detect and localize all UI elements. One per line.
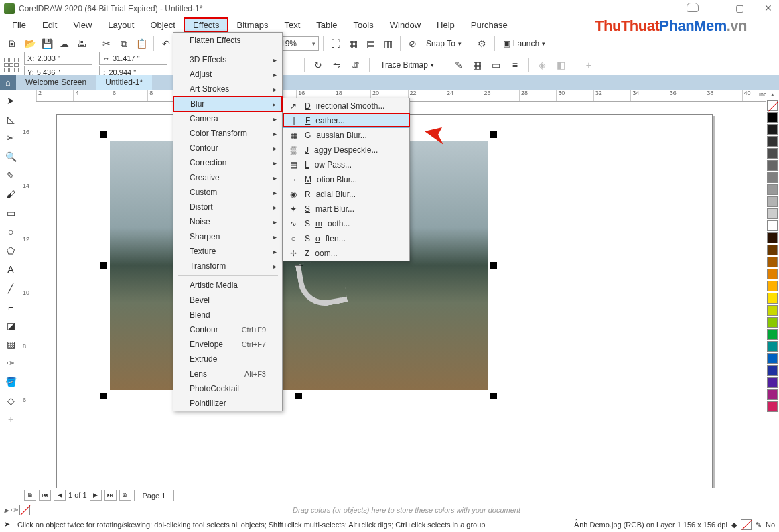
next-page-button[interactable]: ▶ [90,490,102,501]
last-page-button[interactable]: ⏭ [104,490,117,501]
menu-item-custom[interactable]: Custom [173,185,282,200]
color-swatch[interactable] [767,172,778,183]
new-button[interactable]: 🗎 [4,36,20,52]
crop-button[interactable]: ▭ [488,57,504,73]
menu-item-3d-effects[interactable]: 3D Effects [173,52,282,67]
parallel-dimension-tool[interactable]: ╱ [3,280,19,296]
paste-button[interactable]: 📋 [133,36,149,52]
menu-item-photococktail[interactable]: PhotoCocktail [173,381,282,396]
color-swatch[interactable] [767,353,778,364]
color-swatch[interactable] [767,269,778,279]
menu-item-radial-blur[interactable]: ◉Radial Blur... [283,187,409,202]
menu-item-blur[interactable]: Blur [173,96,282,111]
drop-shadow-tool[interactable]: ◪ [3,318,19,334]
ellipse-tool[interactable]: ○ [3,224,19,240]
trace-bitmap-dropdown[interactable]: Trace Bitmap ▾ [375,57,439,73]
object-order-button[interactable]: ◧ [553,57,569,73]
width-input[interactable]: ↔ 31.417 " [99,52,167,65]
artistic-media-tool[interactable]: 🖌 [3,186,19,202]
selection-handle[interactable] [490,262,497,269]
color-swatch[interactable] [767,341,778,352]
menu-item-contour[interactable]: ContourCtrl+F9 [173,322,282,337]
color-swatch[interactable] [767,401,778,412]
menu-item-texture[interactable]: Texture [173,244,282,259]
close-button[interactable]: ✕ [760,0,776,16]
home-tab-icon[interactable]: ⌂ [0,75,16,90]
color-swatch[interactable] [767,136,778,147]
menu-item-smart-blur[interactable]: ✦Smart Blur... [283,202,409,216]
selection-handle[interactable] [100,262,107,269]
text-tool[interactable]: A [3,261,19,277]
menu-item-soften[interactable]: ○Soften... [283,231,409,246]
object-origin-picker[interactable] [4,58,19,72]
selection-handle[interactable] [100,131,107,138]
snap-to-dropdown[interactable]: Snap To ▾ [422,36,466,52]
fill-swatch[interactable] [741,519,752,530]
no-fill-swatch[interactable] [19,505,30,515]
cut-button[interactable]: ✂ [98,36,115,52]
menu-item-lens[interactable]: LensAlt+F3 [173,367,282,381]
menu-item-low-pass[interactable]: ▤Low Pass... [283,157,409,172]
rotate-button[interactable]: ↻ [310,57,326,73]
polygon-tool[interactable]: ⬠ [3,243,19,259]
add-page-after-button[interactable]: 🗎 [119,490,131,501]
freehand-tool[interactable]: ✎ [3,168,19,184]
snap-off-button[interactable]: ⊘ [405,36,421,52]
palette-scroll-up[interactable]: ▴ [771,90,774,99]
menu-text[interactable]: Text [276,19,308,31]
maximize-button[interactable]: ▢ [731,0,748,16]
add-button[interactable]: + [581,57,597,73]
menu-object[interactable]: Object [142,19,184,31]
menu-item-art-strokes[interactable]: Art Strokes [173,82,282,96]
mirror-h-button[interactable]: ⇋ [329,57,345,73]
add-page-button[interactable]: 🗎 [24,490,36,501]
color-swatch[interactable] [767,148,778,159]
first-page-button[interactable]: ⏮ [39,490,51,501]
color-swatch[interactable] [767,160,778,171]
menu-item-jaggy-despeckle[interactable]: ▒Jaggy Despeckle... [283,143,409,157]
color-swatch[interactable] [767,112,778,123]
menu-item-noise[interactable]: Noise [173,214,282,229]
page-tab[interactable]: Page 1 [134,490,175,501]
menu-item-flatten-effects[interactable]: Flatten Effects [173,33,282,48]
crop-tool[interactable]: ✂ [3,130,19,146]
fill-tool[interactable]: 🪣 [3,374,19,390]
wrap-text-button[interactable]: ◈ [535,57,551,73]
menu-help[interactable]: Help [429,19,463,31]
rectangle-tool[interactable]: ▭ [3,205,19,221]
pick-tool[interactable]: ➤ [3,92,19,109]
edit-bitmap-button[interactable]: ✎ [451,57,467,73]
show-guides-button[interactable]: ▥ [380,36,396,52]
menu-view[interactable]: View [65,19,100,31]
resample-button[interactable]: ▦ [470,57,486,73]
color-swatch[interactable] [767,245,778,255]
add-tool-button[interactable]: + [3,411,19,427]
menu-purchase[interactable]: Purchase [463,19,516,31]
zoom-level-input[interactable]: 19%▾ [277,36,319,51]
no-color-swatch[interactable] [767,100,778,111]
menu-item-color-transform[interactable]: Color Transform [173,126,282,141]
menu-item-motion-blur[interactable]: →Motion Blur... [283,172,409,187]
color-swatch[interactable] [767,377,778,388]
selection-handle[interactable] [490,393,497,399]
menu-item-sharpen[interactable]: Sharpen [173,229,282,244]
color-swatch[interactable] [767,232,778,243]
menu-window[interactable]: Window [382,19,429,31]
menu-file[interactable]: File [4,19,34,31]
print-button[interactable]: 🖶 [74,36,90,52]
prev-page-button[interactable]: ◀ [54,490,66,501]
color-swatch[interactable] [767,220,778,231]
menu-item-smooth[interactable]: ∿Smooth... [283,216,409,231]
outline-tool[interactable]: ◇ [3,393,19,409]
color-swatch[interactable] [767,329,778,340]
menu-item-bevel[interactable]: Bevel [173,293,282,308]
copy-button[interactable]: ⧉ [116,36,132,52]
menu-item-blend[interactable]: Blend [173,308,282,322]
menu-item-gaussian-blur[interactable]: ▦Gaussian Blur... [283,128,409,143]
selection-handle[interactable] [295,393,302,399]
show-grid-button[interactable]: ▤ [362,36,378,52]
menu-item-extrude[interactable]: Extrude [173,352,282,367]
palette-menu-icon[interactable]: ▸ [4,505,9,515]
transparency-tool[interactable]: ▨ [3,336,19,352]
color-swatch[interactable] [767,389,778,400]
